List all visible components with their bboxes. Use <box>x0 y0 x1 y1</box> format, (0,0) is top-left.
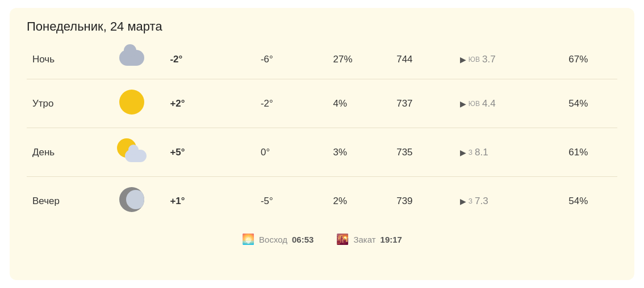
period-name-night: Ночь <box>27 40 99 79</box>
pressure-morning: 737 <box>391 79 454 128</box>
wind-morning: ▶ ЮВ 4.4 <box>454 79 563 128</box>
pressure-evening: 739 <box>391 177 454 226</box>
weather-icon-day <box>99 128 165 177</box>
weather-icon-night <box>99 40 165 79</box>
humidity-morning: 54% <box>563 79 617 128</box>
main-temp-day: +5° <box>164 128 255 177</box>
wind-dir-label-night: ЮВ <box>469 56 480 63</box>
feels-like-morning: -2° <box>255 79 328 128</box>
precip-night: 27% <box>328 40 391 79</box>
weather-card: Понедельник, 24 марта Ночь -2° -6° 27% 7… <box>10 8 634 280</box>
footer-row: 🌅 Восход 06:53 🌇 Закат 19:17 <box>27 225 617 249</box>
sunrise-label: Восход <box>259 235 287 244</box>
humidity-night: 67% <box>563 40 617 79</box>
humidity-evening: 54% <box>563 177 617 226</box>
weather-row-evening: Вечер +1° -5° 2% 739 ▶ З 7.3 54% <box>27 177 617 226</box>
wind-speed-evening: 7.3 <box>475 196 488 207</box>
precip-morning: 4% <box>328 79 391 128</box>
pressure-day: 735 <box>391 128 454 177</box>
sunrise-icon: 🌅 <box>242 233 254 245</box>
wind-day: ▶ З 8.1 <box>454 128 563 177</box>
pressure-night: 744 <box>391 40 454 79</box>
wind-arrow-day: ▶ <box>460 148 466 157</box>
period-name-evening: Вечер <box>27 177 99 226</box>
weather-table: Ночь -2° -6° 27% 744 ▶ ЮВ 3.7 67% Утро <box>27 40 617 249</box>
period-name-day: День <box>27 128 99 177</box>
sunset-label: Закат <box>353 235 375 244</box>
humidity-day: 61% <box>563 128 617 177</box>
feels-like-night: -6° <box>255 40 328 79</box>
weather-row-day: День +5° 0° 3% 735 ▶ З 8.1 61% <box>27 128 617 177</box>
wind-dir-label-evening: З <box>469 198 472 205</box>
sun-cloud-icon <box>117 138 147 163</box>
feels-like-day: 0° <box>255 128 328 177</box>
precip-day: 3% <box>328 128 391 177</box>
weather-icon-evening <box>99 177 165 226</box>
wind-speed-night: 3.7 <box>482 54 496 65</box>
sunrise-sunset: 🌅 Восход 06:53 🌇 Закат 19:17 <box>32 233 612 245</box>
wind-arrow-evening: ▶ <box>460 197 466 206</box>
wind-arrow-morning: ▶ <box>460 99 466 108</box>
weather-row-night: Ночь -2° -6° 27% 744 ▶ ЮВ 3.7 67% <box>27 40 617 79</box>
period-name-morning: Утро <box>27 79 99 128</box>
wind-arrow-night: ▶ <box>460 55 466 64</box>
sunrise: 🌅 Восход 06:53 <box>242 233 313 245</box>
main-temp-evening: +1° <box>164 177 255 226</box>
moon-icon <box>119 187 144 212</box>
weather-icon-morning <box>99 79 165 128</box>
wind-night: ▶ ЮВ 3.7 <box>454 40 563 79</box>
sunset: 🌇 Закат 19:17 <box>336 233 402 245</box>
wind-evening: ▶ З 7.3 <box>454 177 563 226</box>
sunset-time: 19:17 <box>380 235 402 244</box>
wind-dir-label-morning: ЮВ <box>469 100 480 107</box>
sunrise-time: 06:53 <box>292 235 313 244</box>
feels-like-evening: -5° <box>255 177 328 226</box>
precip-evening: 2% <box>328 177 391 226</box>
wind-dir-label-day: З <box>469 149 472 156</box>
sunset-icon: 🌇 <box>336 233 349 245</box>
wind-speed-day: 8.1 <box>475 147 488 158</box>
wind-speed-morning: 4.4 <box>482 98 496 109</box>
date-header: Понедельник, 24 марта <box>27 19 617 34</box>
cloud-icon <box>119 50 144 66</box>
main-temp-morning: +2° <box>164 79 255 128</box>
main-temp-night: -2° <box>164 40 255 79</box>
weather-row-morning: Утро +2° -2° 4% 737 ▶ ЮВ 4.4 54% <box>27 79 617 128</box>
sun-icon <box>119 90 144 115</box>
